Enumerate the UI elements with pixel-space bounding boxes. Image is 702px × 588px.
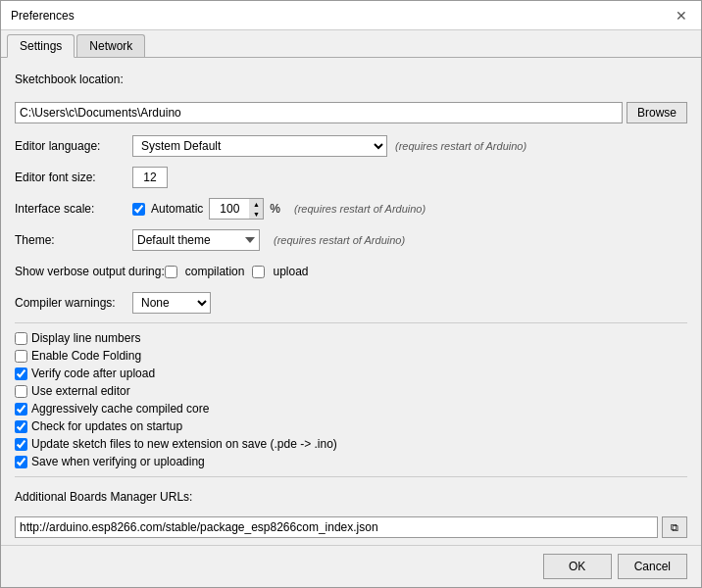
interface-scale-label: Interface scale: [15, 202, 132, 216]
sketchbook-input[interactable] [15, 102, 623, 123]
scale-hint: (requires restart of Arduino) [294, 203, 426, 215]
checkbox-external-editor: Use external editor [15, 384, 687, 398]
verbose-compilation-checkbox[interactable] [165, 266, 177, 278]
enable-code-folding-checkbox[interactable] [15, 350, 27, 363]
sketchbook-input-row: Browse [15, 101, 687, 124]
verbose-compilation-label: compilation [185, 265, 245, 278]
browse-button[interactable]: Browse [627, 102, 687, 123]
display-line-numbers-checkbox[interactable] [15, 332, 27, 345]
aggressively-cache-checkbox[interactable] [15, 403, 27, 416]
theme-controls: Default theme (requires restart of Ardui… [132, 229, 405, 251]
check-updates-label[interactable]: Check for updates on startup [31, 419, 182, 433]
boards-manager-url-input[interactable] [15, 516, 658, 538]
footer: OK Cancel [1, 545, 701, 587]
enable-code-folding-label[interactable]: Enable Code Folding [31, 349, 141, 363]
preferences-dialog: Preferences ✕ Settings Network Sketchboo… [0, 0, 702, 588]
verbose-upload-checkbox[interactable] [252, 266, 265, 278]
checkboxes-section: Display line numbers Enable Code Folding… [15, 331, 687, 468]
display-line-numbers-label[interactable]: Display line numbers [31, 331, 140, 345]
external-editor-checkbox[interactable] [15, 385, 27, 398]
theme-label: Theme: [15, 233, 132, 247]
editor-language-select[interactable]: System Default [132, 135, 387, 157]
interface-scale-row: Interface scale: Automatic ▲ ▼ % (requir… [15, 197, 687, 220]
close-button[interactable]: ✕ [672, 6, 691, 25]
boards-manager-label: Additional Boards Manager URLs: [15, 490, 192, 504]
save-when-verifying-label[interactable]: Save when verifying or uploading [31, 455, 205, 468]
compiler-warnings-row: Compiler warnings: NoneDefaultMoreAll [15, 291, 687, 315]
auto-scale-label: Automatic [151, 202, 203, 216]
scale-spinner: ▲ ▼ [209, 198, 264, 220]
theme-select[interactable]: Default theme [132, 229, 260, 251]
scale-value-input[interactable] [210, 199, 249, 219]
cancel-button[interactable]: Cancel [618, 554, 687, 579]
aggressively-cache-label[interactable]: Aggressively cache compiled core [31, 402, 209, 416]
compiler-warnings-select[interactable]: NoneDefaultMoreAll [132, 292, 211, 314]
tabs-container: Settings Network [1, 30, 701, 58]
settings-content: Sketchbook location: Browse Editor langu… [1, 58, 701, 545]
external-editor-label[interactable]: Use external editor [31, 384, 130, 398]
title-bar: Preferences ✕ [1, 1, 701, 30]
dialog-title: Preferences [11, 9, 75, 23]
boards-manager-url-row: ⧉ [15, 516, 687, 538]
checkbox-check-updates: Check for updates on startup [15, 419, 687, 433]
check-updates-checkbox[interactable] [15, 420, 27, 433]
boards-manager-label-row: Additional Boards Manager URLs: [15, 485, 687, 509]
checkbox-update-sketch: Update sketch files to new extension on … [15, 437, 687, 451]
editor-font-label: Editor font size: [15, 171, 132, 184]
sketchbook-row: Sketchbook location: [15, 70, 687, 93]
checkbox-save-when-verifying: Save when verifying or uploading [15, 455, 687, 468]
checkbox-code-folding: Enable Code Folding [15, 349, 687, 363]
theme-row: Theme: Default theme (requires restart o… [15, 228, 687, 252]
tab-network[interactable]: Network [76, 34, 145, 57]
tab-settings[interactable]: Settings [7, 34, 75, 58]
verify-code-label[interactable]: Verify code after upload [31, 367, 155, 380]
editor-font-input[interactable] [132, 167, 168, 188]
verbose-upload-label: upload [273, 265, 308, 278]
checkbox-verify-code: Verify code after upload [15, 367, 687, 380]
sketchbook-label: Sketchbook location: [15, 73, 124, 86]
update-sketch-label[interactable]: Update sketch files to new extension on … [31, 437, 337, 451]
editor-font-row: Editor font size: [15, 166, 687, 189]
editor-language-row: Editor language: System Default (require… [15, 134, 687, 158]
update-sketch-checkbox[interactable] [15, 438, 27, 451]
editor-language-hint: (requires restart of Arduino) [395, 140, 526, 152]
checkbox-display-line-numbers: Display line numbers [15, 331, 687, 345]
save-when-verifying-checkbox[interactable] [15, 456, 27, 468]
verbose-controls: compilation upload [165, 265, 309, 278]
checkbox-aggressively-cache: Aggressively cache compiled core [15, 402, 687, 416]
scale-controls: Automatic ▲ ▼ % (requires restart of Ard… [132, 198, 426, 220]
scale-pct-label: % [270, 202, 280, 216]
verbose-label: Show verbose output during: [15, 265, 165, 278]
spinner-buttons: ▲ ▼ [249, 199, 263, 219]
theme-hint: (requires restart of Arduino) [274, 234, 405, 246]
compiler-warnings-label: Compiler warnings: [15, 296, 132, 310]
spinner-up-button[interactable]: ▲ [249, 199, 263, 209]
ok-button[interactable]: OK [543, 554, 612, 579]
boards-manager-url-button[interactable]: ⧉ [662, 516, 687, 538]
verbose-row: Show verbose output during: compilation … [15, 260, 687, 283]
auto-scale-checkbox[interactable] [132, 203, 145, 216]
editor-language-label: Editor language: [15, 139, 132, 153]
verify-code-checkbox[interactable] [15, 368, 27, 380]
spinner-down-button[interactable]: ▼ [249, 209, 263, 219]
